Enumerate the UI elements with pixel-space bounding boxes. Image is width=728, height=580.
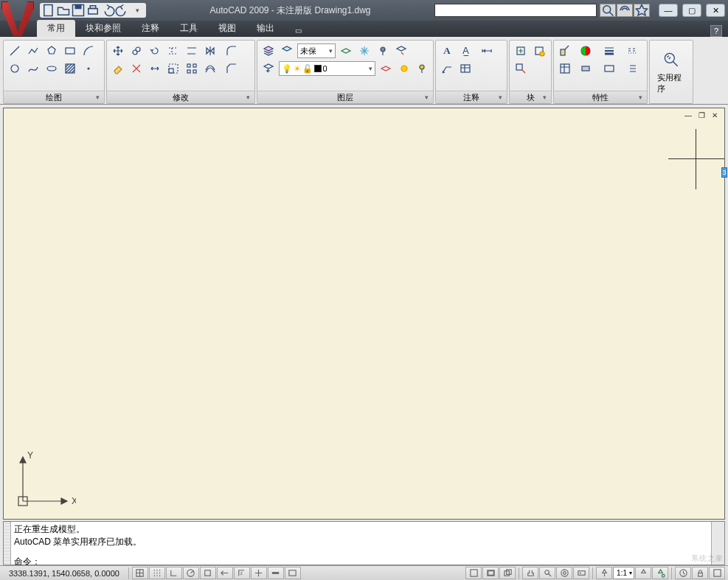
hatch-icon[interactable] [62,60,78,77]
panel-title-modify[interactable]: 修改 [107,91,254,103]
copy-icon[interactable] [128,43,145,59]
showmotion-icon[interactable] [573,567,589,579]
help-icon[interactable]: ? [710,25,722,37]
doc-restore-button[interactable]: ❐ [696,111,707,121]
spline-icon[interactable] [25,60,41,77]
panel-title-annotation[interactable]: 注释 [436,91,507,103]
table-icon[interactable] [457,60,474,77]
grid-icon[interactable] [149,567,165,579]
ellipse-icon[interactable] [44,60,60,77]
explode-icon[interactable] [128,60,145,77]
scroll-indicator[interactable]: 3 [721,167,727,178]
fillet-icon[interactable] [221,43,243,59]
layer-unisolate-icon[interactable] [378,60,394,77]
text-icon[interactable]: A̲ [457,43,474,59]
panel-title-properties[interactable]: 特性 [554,91,647,103]
circle-icon[interactable] [7,60,23,77]
tab-output[interactable]: 输出 [246,20,285,37]
comm-center-icon[interactable] [617,4,633,17]
panel-title-draw[interactable]: 绘图 [4,91,104,103]
lineweight-toggle-icon[interactable] [268,567,284,579]
annotation-autoscale-icon[interactable] [652,567,668,579]
polygon-icon[interactable] [44,43,60,59]
array-icon[interactable] [184,60,200,77]
steering-wheel-icon[interactable] [556,567,572,579]
layer-current-combo[interactable]: 💡 ☀ 🔓 0 [279,61,376,76]
layer-previous-icon[interactable] [260,60,277,77]
save-icon[interactable] [71,4,86,17]
multileader-icon[interactable] [439,60,455,77]
zoom-icon[interactable] [539,567,555,579]
infocenter-search-input[interactable] [434,4,597,17]
polar-icon[interactable] [183,567,199,579]
workspace-switching-icon[interactable] [675,567,691,579]
layer-properties-icon[interactable] [260,43,277,59]
rectangle-icon[interactable] [62,43,78,59]
mtext-icon[interactable]: A [439,43,455,59]
layer-on-icon[interactable] [414,60,430,77]
print-icon[interactable] [86,4,100,17]
tab-overflow-icon[interactable]: ▭ [285,24,312,37]
layer-thaw-icon[interactable] [396,60,412,77]
plot-style-combo-icon[interactable] [599,60,620,77]
layer-freeze-icon[interactable] [356,43,372,59]
tab-tools[interactable]: 工具 [170,20,208,37]
insert-block-icon[interactable] [513,43,529,59]
chamfer-icon[interactable] [221,60,243,77]
offset-icon[interactable] [202,60,218,77]
layer-match-icon[interactable] [393,43,409,59]
rotate-icon[interactable] [147,43,163,59]
scale-combo[interactable]: 1:1▾ [613,567,634,579]
dimension-icon[interactable] [476,43,498,59]
arc-icon[interactable] [80,43,97,59]
scale-icon[interactable] [165,60,181,77]
command-history[interactable]: 正在重生成模型。 AutoCAD 菜单实用程序已加载。 命令： [11,522,711,565]
annotation-visibility-icon[interactable] [635,567,651,579]
create-block-icon[interactable] [531,43,547,59]
dyn-input-icon[interactable] [251,567,267,579]
snap-mode-icon[interactable] [132,567,148,579]
point-icon[interactable] [80,60,97,77]
model-icon[interactable] [465,567,482,579]
command-grip[interactable] [4,522,11,565]
panel-title-layers[interactable]: 图层 [257,91,433,103]
qat-dropdown-icon[interactable]: ▾ [130,4,145,17]
redo-icon[interactable] [115,4,130,17]
layer-isolate-icon[interactable] [338,43,354,59]
qp-icon[interactable] [285,567,301,579]
stretch-icon[interactable] [147,60,163,77]
line-icon[interactable] [7,43,23,59]
doc-minimize-button[interactable]: — [683,111,693,121]
erase-icon[interactable] [110,60,126,77]
bylayer-combo-icon[interactable] [575,60,596,77]
panel-title-block[interactable]: 块 [510,91,551,103]
toolbar-lock-icon[interactable] [692,567,708,579]
tab-home[interactable]: 常用 [37,20,75,37]
linetype-combo-icon[interactable] [623,43,644,59]
extend-icon[interactable] [184,43,200,59]
match-properties-icon[interactable] [557,43,572,59]
mirror-icon[interactable] [202,43,218,59]
layer-states-icon[interactable] [279,43,295,59]
layer-filter-combo[interactable]: 未保 [297,43,336,58]
block-editor-icon[interactable] [513,60,529,77]
ortho-icon[interactable] [166,567,182,579]
search-icon[interactable] [600,4,616,17]
tab-view[interactable]: 视图 [208,20,246,37]
new-icon[interactable] [41,4,56,17]
trim-icon[interactable] [165,43,181,59]
properties-palette-icon[interactable] [557,60,572,77]
tab-annotate[interactable]: 注释 [131,20,170,37]
minimize-button[interactable]: — [659,4,678,17]
favorites-icon[interactable] [634,4,650,17]
annotation-scale-icon[interactable] [596,567,612,579]
ducs-icon[interactable]: z [234,567,250,579]
lineweight-combo-icon[interactable] [599,43,620,59]
polyline-icon[interactable] [25,43,41,59]
layer-off-icon[interactable] [375,43,391,59]
otrack-icon[interactable] [217,567,233,579]
clean-screen-icon[interactable] [709,567,725,579]
drawing-area[interactable]: — ❐ ✕ 3 Y X [3,108,725,520]
osnap-icon[interactable] [200,567,216,579]
list-icon[interactable] [623,60,644,77]
